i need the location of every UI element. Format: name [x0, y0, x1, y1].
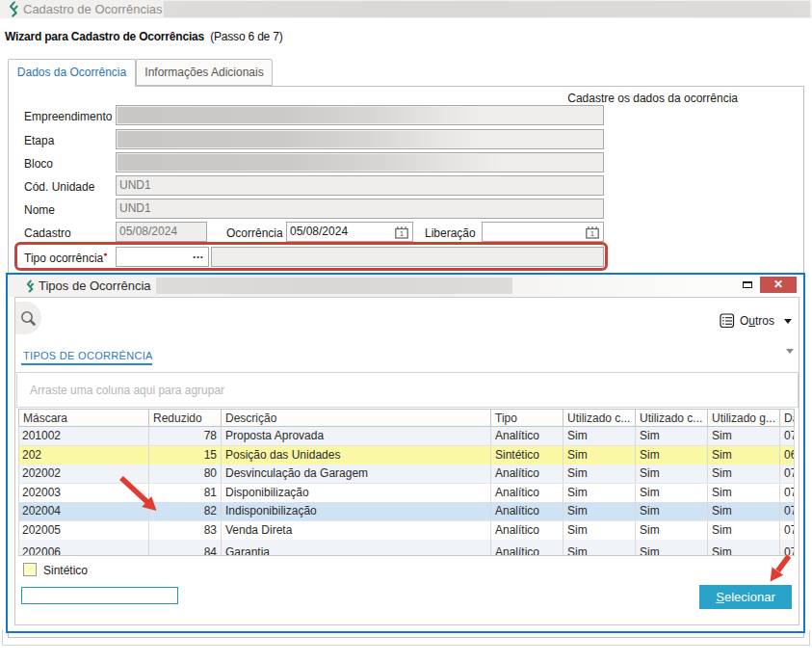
svg-text:1: 1 [400, 230, 404, 237]
svg-text:1: 1 [590, 230, 594, 237]
